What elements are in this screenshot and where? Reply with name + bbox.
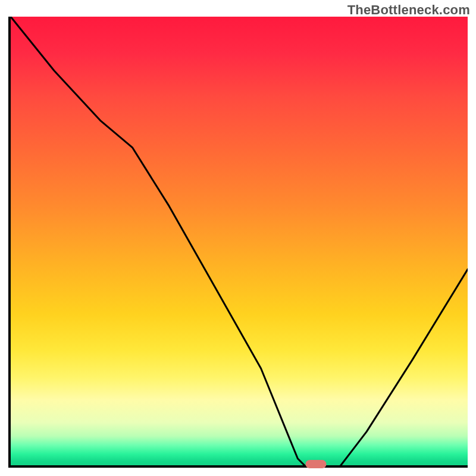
bottleneck-curve xyxy=(8,17,468,468)
optimal-marker xyxy=(306,460,327,468)
watermark-text: TheBottleneck.com xyxy=(347,2,470,18)
chart-root: TheBottleneck.com xyxy=(0,0,476,476)
plot-area xyxy=(8,17,468,468)
